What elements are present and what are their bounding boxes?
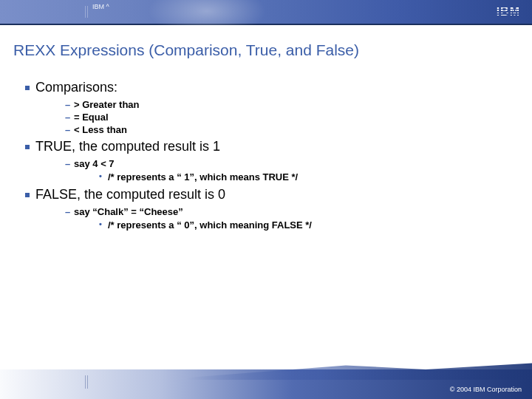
sub-item: say 4 < 7 /* represents a “ 1”, which me… <box>65 157 519 184</box>
slide-title: REXX Expressions (Comparison, True, and … <box>13 41 519 59</box>
sub-item: > Greater than <box>65 98 519 111</box>
bullet-item: TRUE, the computed result is 1 say 4 < 7… <box>25 139 519 184</box>
sub-sub-item: /* represents a “ 0”, which meaning FALS… <box>99 219 519 231</box>
sub-list: say 4 < 7 /* represents a “ 1”, which me… <box>35 157 519 184</box>
slide-footer: © 2004 IBM Corporation <box>0 369 532 399</box>
bullet-heading: FALSE, the computed result is 0 <box>35 187 225 202</box>
sub-list: say “Chalk” = “Cheese” /* represents a “… <box>35 205 519 232</box>
sub-item: say “Chalk” = “Cheese” /* represents a “… <box>65 205 519 232</box>
bullet-item: FALSE, the computed result is 0 say “Cha… <box>25 187 519 232</box>
sub-sub-list: /* represents a “ 0”, which meaning FALS… <box>74 219 519 231</box>
bullet-item: Comparisons: > Greater than = Equal < Le… <box>25 80 519 136</box>
bullet-list: Comparisons: > Greater than = Equal < Le… <box>13 80 519 232</box>
footer-wave <box>0 359 532 380</box>
sub-list: > Greater than = Equal < Less than <box>35 98 519 136</box>
sub-item-text: say 4 < 7 <box>74 158 115 169</box>
copyright-text: © 2004 IBM Corporation <box>450 386 522 393</box>
header-label: IBM ^ <box>92 3 109 10</box>
sub-item: < Less than <box>65 123 519 136</box>
bullet-heading: TRUE, the computed result is 1 <box>35 139 220 154</box>
bullet-heading: Comparisons: <box>35 80 117 95</box>
sub-item: = Equal <box>65 111 519 123</box>
slide-content: REXX Expressions (Comparison, True, and … <box>0 25 532 232</box>
slide-header: IBM ^ IBM <box>0 0 532 25</box>
ibm-logo: IBM <box>497 5 520 18</box>
sub-item-text: say “Chalk” = “Cheese” <box>74 206 183 217</box>
sub-sub-list: /* represents a “ 1”, which means TRUE *… <box>74 171 519 183</box>
sub-sub-item: /* represents a “ 1”, which means TRUE *… <box>99 171 519 183</box>
